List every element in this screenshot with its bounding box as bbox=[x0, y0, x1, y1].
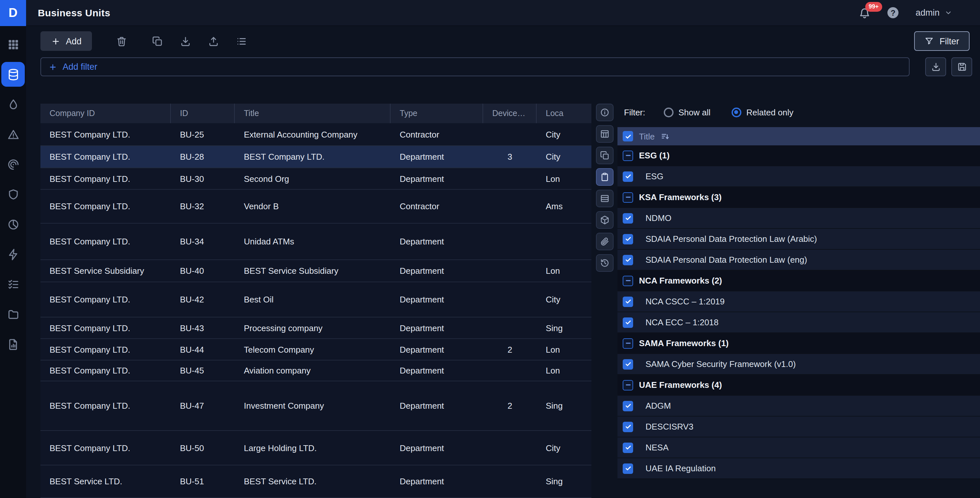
table-row[interactable]: BEST Company LTD.BU-45Aviation companyDe… bbox=[40, 360, 592, 381]
rail-item-alert-triangle[interactable] bbox=[0, 119, 26, 149]
table-row[interactable]: BEST Company LTD.BU-47Investment Company… bbox=[40, 381, 592, 431]
cell-type: Contractor bbox=[391, 123, 483, 146]
framework-item-row[interactable]: SDAIA Personal Data Protection Law (eng) bbox=[617, 250, 980, 270]
rail-item-shield[interactable] bbox=[0, 179, 26, 209]
column-header[interactable]: Company ID bbox=[40, 103, 171, 123]
framework-item-row[interactable]: UAE IA Regulation bbox=[617, 458, 980, 479]
group-label: KSA Frameworks (3) bbox=[639, 192, 721, 202]
group-collapse-checkbox[interactable] bbox=[623, 275, 633, 286]
framework-item-row[interactable]: ADGM bbox=[617, 396, 980, 417]
paperclip-tab-button[interactable] bbox=[596, 233, 613, 250]
group-collapse-checkbox[interactable] bbox=[623, 150, 633, 161]
sort-icon[interactable] bbox=[660, 131, 670, 141]
table-row[interactable]: BEST Company LTD.BU-42Best OilDepartment… bbox=[40, 282, 592, 317]
framework-group-row[interactable]: ESG (1) bbox=[617, 145, 980, 166]
rail-item-folder[interactable] bbox=[0, 299, 26, 329]
item-label: NCA CSCC – 1:2019 bbox=[646, 297, 725, 306]
list-button[interactable] bbox=[230, 31, 252, 51]
column-header[interactable]: Title bbox=[235, 103, 391, 123]
framework-item-row[interactable]: NCA ECC – 1:2018 bbox=[617, 312, 980, 333]
paperclip-icon bbox=[600, 237, 609, 247]
history-tab-button[interactable] bbox=[596, 254, 613, 272]
group-collapse-checkbox[interactable] bbox=[623, 338, 633, 348]
item-label: SDAIA Personal Data Protection Law (Arab… bbox=[646, 234, 817, 244]
table-row[interactable]: BEST Company LTD.BU-32Vendor BContractor… bbox=[40, 190, 592, 224]
trash-button[interactable] bbox=[110, 31, 132, 51]
framework-item-row[interactable]: NCA CSCC – 1:2019 bbox=[617, 291, 980, 312]
select-all-checkbox[interactable] bbox=[623, 131, 633, 142]
radio-show-all[interactable]: Show all bbox=[663, 107, 710, 117]
column-header[interactable]: Type bbox=[391, 103, 483, 123]
framework-item-row[interactable]: SAMA Cyber Security Framework (v1.0) bbox=[617, 354, 980, 375]
copy-tab-button[interactable] bbox=[596, 147, 613, 164]
notifications-button[interactable]: 99+ bbox=[859, 7, 870, 19]
rail-item-droplet[interactable] bbox=[0, 89, 26, 119]
item-checkbox[interactable] bbox=[623, 171, 633, 181]
table-row[interactable]: BEST Company LTD.BU-28BEST Company LTD.D… bbox=[40, 146, 592, 168]
framework-group-row[interactable]: SAMA Frameworks (1) bbox=[617, 333, 980, 354]
table-row[interactable]: BEST Service SubsidiaryBU-40BEST Service… bbox=[40, 260, 592, 282]
item-checkbox[interactable] bbox=[623, 463, 633, 474]
rail-item-pie-chart[interactable] bbox=[0, 209, 26, 239]
help-button[interactable]: ? bbox=[888, 7, 899, 18]
app-logo[interactable]: D bbox=[0, 0, 26, 26]
cell-location: Sing bbox=[537, 317, 592, 339]
add-button[interactable]: Add bbox=[40, 31, 92, 51]
detail-toolbar bbox=[592, 103, 617, 272]
cell-title: BEST Company LTD. bbox=[235, 146, 391, 168]
item-checkbox[interactable] bbox=[623, 422, 633, 432]
item-checkbox[interactable] bbox=[623, 255, 633, 265]
item-checkbox[interactable] bbox=[623, 213, 633, 223]
rail-item-apps-grid[interactable] bbox=[0, 29, 26, 59]
cell-id: BU-50 bbox=[171, 431, 235, 465]
download-button[interactable] bbox=[174, 31, 196, 51]
rows-tab-button[interactable] bbox=[596, 190, 613, 207]
table-tab-button[interactable] bbox=[596, 125, 613, 143]
item-checkbox[interactable] bbox=[623, 317, 633, 328]
rail-item-checklist[interactable] bbox=[0, 269, 26, 299]
group-collapse-checkbox[interactable] bbox=[623, 380, 633, 390]
column-header[interactable]: Devices co... bbox=[483, 103, 537, 123]
item-checkbox[interactable] bbox=[623, 234, 633, 244]
table-row[interactable]: BEST Company LTD.BU-34Unidad ATMsDepartm… bbox=[40, 224, 592, 260]
rail-item-radar[interactable] bbox=[0, 149, 26, 179]
rail-item-lightning[interactable] bbox=[0, 239, 26, 269]
table-row[interactable]: BEST Company LTD.BU-43Processing company… bbox=[40, 317, 592, 339]
item-checkbox[interactable] bbox=[623, 359, 633, 369]
group-collapse-checkbox[interactable] bbox=[623, 192, 633, 202]
framework-item-row[interactable]: NDMO bbox=[617, 208, 980, 229]
item-checkbox[interactable] bbox=[623, 401, 633, 411]
user-menu[interactable]: admin bbox=[915, 8, 953, 18]
item-checkbox[interactable] bbox=[623, 296, 633, 307]
cube-tab-button[interactable] bbox=[596, 211, 613, 229]
table-row[interactable]: BEST Company LTD.BU-25External Accountin… bbox=[40, 123, 592, 146]
framework-group-row[interactable]: UAE Frameworks (4) bbox=[617, 375, 980, 396]
framework-item-row[interactable]: DESCISRV3 bbox=[617, 417, 980, 438]
item-checkbox[interactable] bbox=[623, 442, 633, 453]
save-view-button[interactable] bbox=[951, 57, 972, 76]
info-tab-button[interactable] bbox=[596, 103, 613, 121]
table-row[interactable]: BEST Company LTD.BU-30Second OrgDepartme… bbox=[40, 168, 592, 190]
radio-related-only[interactable]: Related only bbox=[731, 107, 794, 117]
framework-item-row[interactable]: NESA bbox=[617, 438, 980, 458]
framework-group-row[interactable]: KSA Frameworks (3) bbox=[617, 187, 980, 208]
rail-item-report[interactable] bbox=[0, 329, 26, 359]
table-row[interactable]: BEST Company LTD.BU-50Large Holding LTD.… bbox=[40, 431, 592, 465]
rail-item-database[interactable] bbox=[1, 62, 25, 87]
add-filter-input[interactable]: Add filter bbox=[40, 57, 910, 76]
table-row[interactable]: BEST Company LTD.BU-44Telecom CompanyDep… bbox=[40, 339, 592, 360]
copy-button[interactable] bbox=[146, 31, 168, 51]
cell-title: Aviation company bbox=[235, 360, 391, 381]
cell-location: Ams bbox=[537, 190, 592, 224]
filter-button[interactable]: Filter bbox=[914, 31, 970, 51]
export-button[interactable] bbox=[925, 57, 946, 76]
table-row[interactable]: BEST Service LTD.BU-51BEST Service LTD.D… bbox=[40, 465, 592, 498]
column-header[interactable]: ID bbox=[171, 103, 235, 123]
clipboard-tab-button[interactable] bbox=[596, 168, 613, 186]
framework-item-row[interactable]: SDAIA Personal Data Protection Law (Arab… bbox=[617, 229, 980, 250]
framework-item-row[interactable]: ESG bbox=[617, 166, 980, 187]
upload-button[interactable] bbox=[202, 31, 224, 51]
framework-group-row[interactable]: NCA Frameworks (2) bbox=[617, 270, 980, 291]
column-header[interactable]: Loca bbox=[537, 103, 592, 123]
cell-title: External Accounting Company bbox=[235, 123, 391, 146]
